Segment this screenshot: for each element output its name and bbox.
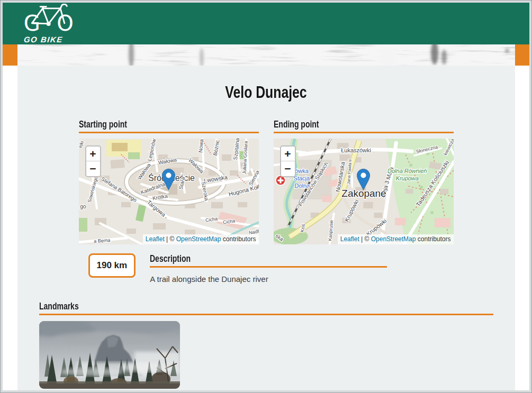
svg-text:łówka: łówka [293, 168, 309, 174]
page: G O GO BIKE [3, 3, 529, 390]
map-marker-icon[interactable] [162, 169, 175, 190]
maps-row: Starting point [79, 119, 454, 244]
site-logo[interactable]: G O GO BIKE [22, 4, 86, 44]
bike-logo-icon: G O [22, 4, 83, 34]
openstreetmap-link[interactable]: OpenStreetMap [176, 235, 221, 243]
page-title: Velo Dunajec [39, 66, 493, 102]
distance-badge: 190 km [88, 253, 136, 278]
ending-point-section: Ending point [274, 119, 454, 244]
end-map[interactable]: ŁukaszówkiSłonecznakiewiczałówkaStacjaDo… [274, 139, 454, 244]
zoom-out-button[interactable]: − [86, 161, 100, 176]
map-attribution: Leaflet | © OpenStreetMap contributors [143, 234, 259, 244]
zoom-in-button[interactable]: + [281, 147, 295, 161]
svg-text:Krupowa: Krupowa [395, 175, 418, 181]
landmark-photo [39, 321, 180, 389]
zoom-control: + − [280, 145, 296, 177]
svg-text:Nowa: Nowa [197, 139, 204, 153]
logo-text: GO BIKE [23, 35, 64, 44]
svg-text:Stacja: Stacja [293, 175, 310, 181]
svg-text:go: go [80, 204, 86, 209]
banner-image [17, 44, 515, 66]
ending-point-heading: Ending point [274, 119, 454, 133]
description-heading: Description [150, 253, 387, 268]
openstreetmap-link[interactable]: OpenStreetMap [371, 235, 416, 243]
zoom-out-button[interactable]: − [281, 161, 295, 176]
start-map[interactable]: WałowaWałowaWałowaLegionówNowaBóżnicSzpi… [79, 139, 259, 244]
main-content: Velo Dunajec Starting point [3, 66, 529, 390]
zoom-control: + − [85, 145, 101, 177]
landmarks-heading: Landmarks [39, 301, 493, 315]
site-header: G O GO BIKE [3, 3, 529, 44]
description-row: 190 km Description A trail alongside the… [79, 253, 454, 284]
starting-point-section: Starting point [79, 119, 259, 244]
svg-text:Łukaszówki: Łukaszówki [341, 147, 371, 153]
leaflet-link[interactable]: Leaflet [340, 235, 359, 243]
landmarks-section: Landmarks [39, 301, 493, 389]
leaflet-link[interactable]: Leaflet [146, 235, 165, 243]
banner [3, 44, 529, 66]
svg-text:Dolna Równień: Dolna Równień [387, 168, 427, 174]
starting-point-heading: Starting point [79, 119, 259, 133]
description-text: A trail alongside the Dunajec river [150, 275, 387, 284]
map-marker-icon[interactable] [357, 169, 370, 190]
map-attribution: Leaflet | © OpenStreetMap contributors [338, 234, 454, 244]
browser-viewport: G O GO BIKE [0, 0, 532, 393]
zoom-in-button[interactable]: + [86, 147, 100, 161]
description-section: Description A trail alongside the Dunaje… [150, 253, 387, 284]
